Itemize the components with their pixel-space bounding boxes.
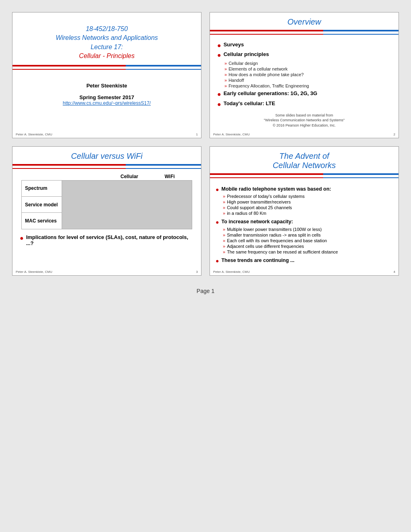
- slide2-lte-text: Today's cellular: LTE: [224, 100, 275, 106]
- slide4-b2-text: To increase network capacity:: [221, 219, 293, 224]
- slide2-surveys-text: Surveys: [224, 42, 244, 48]
- slide2-footer: Peter A. Steenkiste, CMU 2: [213, 133, 395, 136]
- slide3-impl-text: Implications for level of service (SLAs)…: [26, 234, 194, 246]
- slide4-divider: [210, 173, 399, 175]
- slide3-row-mac: MAC services: [22, 213, 62, 229]
- slide4-bullet2: ● To increase network capacity:: [216, 219, 393, 226]
- slide3-title: Cellular versus WiFi: [19, 152, 195, 161]
- slides-grid: 18-452/18-750 Wireless Networks and Appl…: [12, 12, 399, 276]
- arrow-s2-4: »: [223, 249, 225, 254]
- arrow-4: »: [224, 83, 227, 88]
- slide2-divider: [210, 30, 399, 31]
- slide1-divider: [12, 65, 201, 66]
- bullet-dot-capacity: ●: [216, 219, 219, 226]
- arrow-s1-1: »: [223, 200, 225, 204]
- bullet-dot-impl: ●: [20, 234, 24, 242]
- slide3-row-spectrum: Spectrum: [22, 181, 62, 197]
- slide1-semester: Spring Semester 2017: [19, 94, 195, 100]
- slide2-title: Overview: [216, 17, 392, 27]
- slide3-col2-header: WiFi: [149, 174, 190, 179]
- slide2-sub-text-4: Frequency Allocation, Traffic Engineerin…: [228, 83, 309, 88]
- slide3-bullet-implications: ● Implications for level of service (SLA…: [20, 234, 194, 246]
- slide4-sub2-text-3: Adjacent cells use different frequencies: [227, 244, 304, 249]
- slide1-title-red: Cellular - Principles: [19, 52, 195, 60]
- slide2-sub-1: » Elements of a cellular network: [224, 66, 391, 71]
- arrow-1: »: [224, 66, 227, 71]
- arrow-s1-0: »: [223, 194, 225, 199]
- slide1-line3: Lecture 17:: [91, 44, 123, 50]
- slide2-bullet-surveys: ● Surveys: [217, 42, 391, 49]
- slide1-divider-thin: [12, 69, 201, 70]
- arrow-s2-0: »: [223, 227, 225, 232]
- slide2-sub-3: » Handoff: [224, 78, 391, 83]
- arrow-s2-1: »: [223, 233, 225, 237]
- slide2-sub-4: » Frequency Allocation, Traffic Engineer…: [224, 83, 391, 88]
- arrow-3: »: [224, 78, 227, 83]
- slide4-divider-thin: [210, 177, 399, 178]
- slide2-early-text: Early cellular generations: 1G, 2G, 3G: [224, 90, 318, 96]
- slide4-title: The Advent of Cellular Networks: [216, 152, 392, 170]
- slide4-sub2-text-0: Multiple lower power transmitters (100W …: [227, 227, 322, 232]
- slide4-footer-left: Peter A. Steenkiste, CMU: [213, 270, 250, 274]
- slide1-line2: Wireless Networks and Applications: [56, 34, 158, 41]
- slide3-divider-thin: [12, 168, 201, 169]
- slide4-sub2-text-4: The same frequency can be reused at suff…: [227, 249, 338, 254]
- slide3-col1-header: Cellular: [109, 174, 149, 179]
- slide4-sub1-text-3: in a radius of 80 Km: [227, 211, 266, 216]
- arrow-2: »: [224, 72, 227, 77]
- page-label: Page 1: [197, 288, 214, 294]
- slide4-b3-text: These trends are continuing ...: [221, 258, 294, 263]
- slide2-note: Some slides based on material from "Wire…: [217, 113, 391, 128]
- slide2-sub-text-2: How does a mobile phone take place?: [228, 72, 304, 77]
- slide2-sub-text-1: Elements of a cellular network: [228, 66, 288, 71]
- slide2-divider-thin: [210, 34, 399, 35]
- bullet-dot-trends: ●: [216, 258, 219, 264]
- slide4-sub2-text-2: Each cell with its own frequencies and b…: [227, 238, 327, 243]
- slide2-note-1: Some slides based on material from: [275, 113, 333, 117]
- bullet-dot-early: ●: [217, 90, 221, 98]
- slide4-sub1-3: » in a radius of 80 Km: [223, 211, 393, 216]
- slide1-title-blue: 18-452/18-750 Wireless Networks and Appl…: [19, 25, 195, 52]
- slide4-footer-right: 4: [394, 270, 395, 274]
- slide4-sub2-4: » The same frequency can be reused at su…: [223, 249, 393, 254]
- slide1-author: Peter Steenkiste: [19, 83, 195, 89]
- slide2-note-2: "Wireless Communication Networks and Sys…: [264, 118, 345, 122]
- slide2-header: Overview: [210, 12, 399, 30]
- slide-1: 18-452/18-750 Wireless Networks and Appl…: [12, 12, 201, 138]
- slide2-cellular-text: Cellular principles: [224, 51, 269, 57]
- slide4-sub1-text-2: Could support about 25 channels: [227, 205, 292, 210]
- slide4-bullet1: ● Mobile radio telephone system was base…: [216, 186, 393, 193]
- slide2-sub-0: » Cellular design: [224, 61, 391, 66]
- slide4-sub2-0: » Multiple lower power transmitters (100…: [223, 227, 393, 232]
- slide4-body: ● Mobile radio telephone system was base…: [210, 180, 399, 275]
- slide4-sub2-text-1: Smaller transmission radius -> area spli…: [227, 233, 321, 237]
- slide4-sub1-0: » Predecessor of today's cellular system…: [223, 194, 393, 199]
- slide2-note-3: © 2016 Pearson Higher Education, Inc.: [273, 123, 336, 127]
- slide4-title-2: Cellular Networks: [273, 161, 336, 170]
- slide2-sub-text-3: Handoff: [228, 78, 244, 83]
- slide2-bullet-lte: ● Today's cellular: LTE: [217, 100, 391, 108]
- slide-4: The Advent of Cellular Networks ● Mobile…: [210, 146, 399, 276]
- slide2-footer-right: 2: [394, 133, 395, 136]
- slide3-table-body: Spectrum Service model MAC services: [21, 180, 192, 229]
- slide4-sub2-1: » Smaller transmission radius -> area sp…: [223, 233, 393, 237]
- slide3-footer: Peter A. Steenkiste, CMU 3: [16, 270, 198, 274]
- slide3-table-header: Cellular WiFi: [20, 174, 194, 179]
- bullet-dot-lte: ●: [217, 100, 221, 108]
- slide4-sub1-2: » Could support about 25 channels: [223, 205, 393, 210]
- slide4-footer: Peter A. Steenkiste, CMU 4: [213, 270, 395, 274]
- slide4-b1-text: Mobile radio telephone system was based …: [221, 186, 331, 192]
- slide4-bullet3: ● These trends are continuing ...: [216, 258, 393, 264]
- slide1-header: 18-452/18-750 Wireless Networks and Appl…: [12, 12, 201, 65]
- arrow-s2-2: »: [223, 238, 225, 243]
- slide1-footer: Peter A. Steenkiste, CMU 1: [16, 133, 198, 136]
- slide2-sub-2: » How does a mobile phone take place?: [224, 72, 391, 77]
- slide4-header: The Advent of Cellular Networks: [210, 147, 399, 173]
- slide1-line1: 18-452/18-750: [86, 25, 128, 32]
- slide4-sub2-2: » Each cell with its own frequencies and…: [223, 238, 393, 243]
- slide4-sub1-text-1: High power transmitter/receivers: [227, 200, 291, 204]
- bullet-dot-surveys: ●: [217, 42, 221, 49]
- slide3-footer-right: 3: [196, 270, 198, 274]
- slide1-line4: Cellular - Principles: [79, 52, 135, 59]
- slide2-bullet-cellular: ● Cellular principles: [217, 51, 391, 59]
